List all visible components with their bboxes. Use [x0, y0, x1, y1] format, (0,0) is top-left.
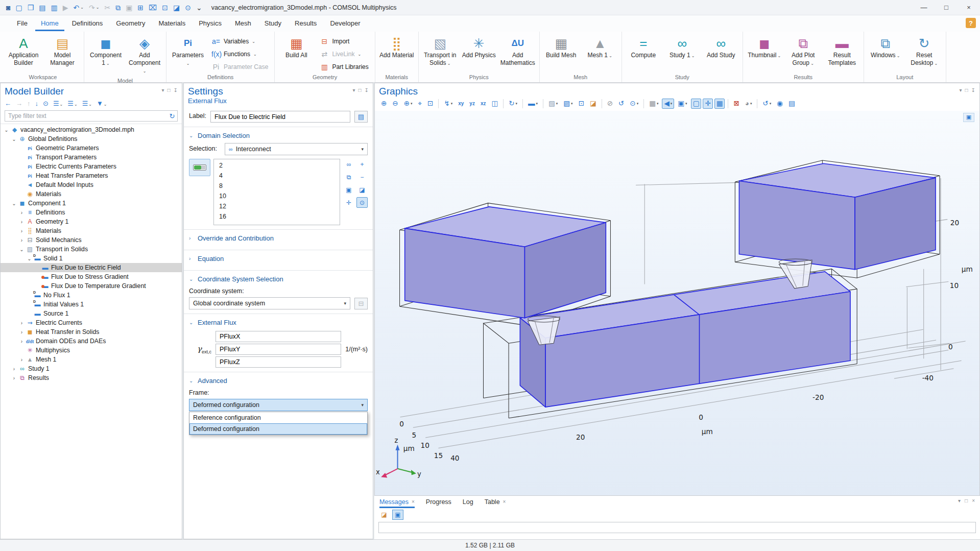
- scene-graph-icon[interactable]: ▦▾: [647, 99, 660, 109]
- minimize-button[interactable]: —: [913, 0, 935, 15]
- expander-icon[interactable]: ›: [18, 237, 26, 243]
- domain-list-item[interactable]: 2: [214, 160, 340, 171]
- view-menu-icon[interactable]: ▬▾: [526, 99, 540, 109]
- tree-item-flux-due-to-temperature-gradient[interactable]: ▬Flux Due to Temperature Gradient: [1, 281, 182, 291]
- maximize-button[interactable]: □: [935, 0, 958, 15]
- sound-icon[interactable]: ◀▾: [662, 99, 674, 109]
- panel-menu-icon[interactable]: ▾: [960, 87, 962, 93]
- orthographic-projection-icon[interactable]: ◫: [489, 99, 500, 109]
- menu-definitions[interactable]: Definitions: [66, 16, 109, 31]
- thumbnail-button[interactable]: ◼Thumbnail ⌄: [746, 34, 783, 70]
- zoom-box-icon[interactable]: ⊕▾: [402, 99, 415, 109]
- domain-list-item[interactable]: 16: [214, 211, 340, 222]
- model-manager-button[interactable]: ▤Model Manager: [44, 34, 81, 70]
- tree-item-materials[interactable]: ›⣿Materials: [1, 226, 182, 235]
- hide-labels-icon[interactable]: ⊠: [731, 99, 741, 109]
- selection-combobox[interactable]: ∞ Interconnect ▾: [225, 143, 368, 155]
- go-to-source-button[interactable]: ⊟: [354, 298, 368, 309]
- frame-option-deformed-configuration[interactable]: Deformed configuration: [189, 423, 367, 435]
- paste[interactable]: ▣: [124, 3, 134, 12]
- tree-item-default-model-inputs[interactable]: ◄Default Model Inputs: [1, 180, 182, 189]
- variables-button[interactable]: a=Variables⌄: [208, 36, 271, 47]
- save[interactable]: ▤: [37, 3, 47, 12]
- save-as[interactable]: ▥: [49, 3, 60, 12]
- section-coordinate-system[interactable]: ⌄ Coordinate System Selection: [189, 271, 368, 286]
- image-snapshot-icon[interactable]: ◉: [775, 99, 785, 109]
- float-panel-icon[interactable]: □: [168, 87, 171, 93]
- reset-desktop-button[interactable]: ↻Reset Desktop ⌄: [906, 34, 943, 70]
- livelink-button[interactable]: ⇄LiveLink⌄: [317, 49, 371, 60]
- expander-icon[interactable]: ›: [18, 329, 26, 335]
- expander-icon[interactable]: ›: [18, 339, 26, 344]
- flux-field-x[interactable]: [216, 331, 341, 342]
- tree-item-materials[interactable]: ◉Materials: [1, 189, 182, 199]
- frame-option-reference-configuration[interactable]: Reference configuration: [189, 412, 367, 423]
- import-button[interactable]: ⊟Import: [317, 36, 371, 47]
- tree-item-component-1[interactable]: ⌄◼Component 1: [1, 199, 182, 208]
- zoom-in-icon[interactable]: ⊕: [379, 99, 389, 109]
- tree-item-flux-due-to-stress-gradient[interactable]: ▬Flux Due to Stress Gradient: [1, 272, 182, 281]
- tree-item-multiphysics[interactable]: ✳Multiphysics: [1, 346, 182, 355]
- parameter-case-button[interactable]: PiParameter Case: [208, 61, 271, 73]
- select-box-icon[interactable]: ⊡: [577, 99, 586, 109]
- expander-icon[interactable]: ⌄: [18, 247, 26, 252]
- frame-combobox[interactable]: Deformed configuration ▾: [189, 399, 368, 411]
- add-component-button[interactable]: ◈Add Component ⌄: [126, 34, 163, 76]
- forward-icon[interactable]: →: [16, 100, 22, 107]
- build-all-button[interactable]: ▦Build All: [278, 34, 315, 70]
- find[interactable]: ⊙: [183, 3, 193, 12]
- undo[interactable]: ↶⌄: [71, 3, 86, 12]
- redo[interactable]: ↷⌄: [87, 3, 101, 12]
- domain-list-item[interactable]: 4: [214, 171, 340, 181]
- tree-item-results[interactable]: ›⧉Results: [1, 373, 182, 382]
- tree-item-definitions[interactable]: ›≡Definitions: [1, 208, 182, 217]
- tree-item-mesh-1[interactable]: ›▲Mesh 1: [1, 355, 182, 364]
- expand-all-icon[interactable]: ☰⌄: [67, 100, 77, 107]
- transport-in-solids-button[interactable]: ▧Transport in Solids ⌄: [422, 34, 459, 70]
- application-builder-button[interactable]: AApplication Builder: [5, 34, 42, 70]
- section-equation[interactable]: › Equation: [189, 250, 368, 266]
- rotate-icon[interactable]: ↻▾: [507, 99, 519, 109]
- tree-item-solid-1[interactable]: ⌄▬DSolid 1: [1, 254, 182, 263]
- expander-icon[interactable]: ›: [18, 219, 26, 225]
- close-tab-icon[interactable]: ×: [503, 499, 506, 505]
- menu-file[interactable]: File: [11, 16, 33, 31]
- tab-table[interactable]: Table×: [485, 496, 506, 508]
- zoom-to-selection-icon[interactable]: ✛: [343, 197, 354, 208]
- add-material-button[interactable]: ⣿Add Material: [378, 34, 415, 70]
- menu-results[interactable]: Results: [289, 16, 322, 31]
- close-panel-icon[interactable]: ×: [972, 498, 975, 504]
- domain-list-item[interactable]: 12: [214, 201, 340, 211]
- panel-menu-icon[interactable]: ▾: [958, 498, 961, 504]
- tree-item-geometric-parameters[interactable]: PiGeometric Parameters: [1, 143, 182, 153]
- clear-messages-icon[interactable]: ◪: [378, 510, 390, 520]
- domain-list-item[interactable]: 10: [214, 191, 340, 201]
- zoom-to-selection-icon[interactable]: ⊡: [425, 99, 435, 109]
- create-selection-icon[interactable]: ∞: [343, 159, 354, 170]
- right-pad-box[interactable]: [739, 163, 936, 269]
- reset-hiding-icon[interactable]: ↺: [616, 99, 626, 109]
- scene-light-icon[interactable]: ▧▾: [546, 99, 560, 109]
- remove-from-selection-icon[interactable]: −: [356, 172, 368, 182]
- open-file[interactable]: ❒: [26, 3, 36, 12]
- add-to-selection-icon[interactable]: +: [356, 159, 368, 170]
- study-1-button[interactable]: ∞Study 1 ⌄: [664, 34, 701, 70]
- tree-item-heat-transfer-parameters[interactable]: PiHeat Transfer Parameters: [1, 171, 182, 180]
- tree-item-transport-parameters[interactable]: PiTransport Parameters: [1, 153, 182, 162]
- mesh-1-button[interactable]: ▲Mesh 1 ⌄: [582, 34, 618, 70]
- expander-icon[interactable]: ⌄: [26, 256, 33, 261]
- add-plot-group-button[interactable]: ⧉Add Plot Group ⌄: [785, 34, 822, 70]
- collapse-all-icon[interactable]: ☰⌄: [53, 100, 63, 107]
- delete[interactable]: ⌧: [147, 3, 159, 12]
- float-panel-icon[interactable]: □: [965, 87, 968, 93]
- expander-icon[interactable]: ›: [18, 210, 26, 215]
- left-pad-box[interactable]: [405, 206, 606, 318]
- menu-study[interactable]: Study: [259, 16, 287, 31]
- compute-button[interactable]: =Compute: [625, 34, 662, 70]
- tree-item-electric-currents-parameters[interactable]: PiElectric Currents Parameters: [1, 162, 182, 171]
- plot-settings-icon[interactable]: ▣: [963, 113, 974, 122]
- help-button[interactable]: ?: [966, 18, 976, 28]
- section-domain-selection[interactable]: ⌄ Domain Selection: [189, 127, 368, 143]
- tree-item-heat-transfer-in-solids[interactable]: ›◼Heat Transfer in Solids: [1, 327, 182, 337]
- part-libraries-button[interactable]: ▥Part Libraries: [317, 61, 371, 73]
